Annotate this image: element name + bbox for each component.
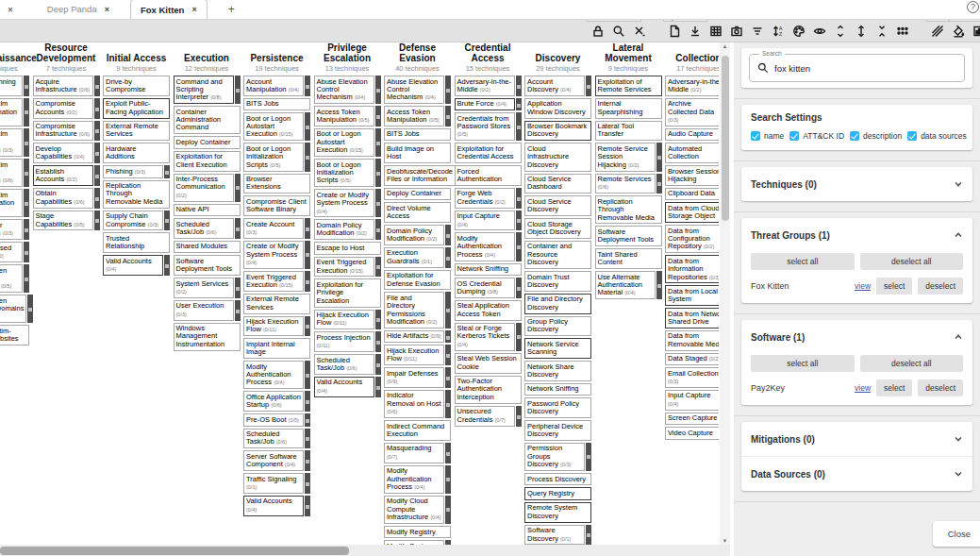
hatch-icon[interactable] bbox=[930, 25, 944, 39]
technique-label[interactable]: Search Open Technical Databases (0/5) bbox=[0, 264, 23, 293]
subtechnique-expand-bar[interactable] bbox=[375, 377, 381, 397]
sort-icon[interactable]: AZ bbox=[771, 25, 785, 39]
technique-label[interactable]: Exploitation for Privilege Escalation bbox=[314, 278, 381, 307]
technique-label[interactable]: Compromise Accounts (0/2) bbox=[33, 98, 93, 119]
technique-label[interactable]: Modify Authentication Process (0/4) bbox=[243, 361, 304, 389]
technique-label[interactable]: Exploitation for Defense Evasion bbox=[384, 270, 451, 291]
technique-cell[interactable]: Deploy Container bbox=[384, 188, 451, 200]
technique-label[interactable]: Abuse Elevation Control Mechanism (0/4) bbox=[384, 76, 444, 104]
select-all-button[interactable]: select all bbox=[751, 253, 855, 270]
subtechnique-expand-bar[interactable] bbox=[375, 310, 381, 330]
technique-cell[interactable]: File and Directory Permissions Modificat… bbox=[384, 292, 451, 329]
subtechnique-expand-bar[interactable] bbox=[445, 247, 451, 268]
technique-label[interactable]: Phishing for Information (0/3) bbox=[0, 219, 23, 240]
technique-label[interactable]: Software Deployment Tools bbox=[595, 226, 662, 246]
technique-cell[interactable]: Automated Collection bbox=[665, 143, 719, 163]
technique-label[interactable]: Establish Accounts (0/2) bbox=[33, 165, 93, 186]
technique-cell[interactable]: Adversary-in-the-Middle (0/2) bbox=[455, 76, 522, 96]
technique-cell[interactable]: Drive-by Compromise bbox=[103, 76, 170, 96]
technique-cell[interactable]: Escape to Host bbox=[314, 242, 381, 254]
subtechnique-expand-bar[interactable] bbox=[305, 413, 310, 426]
technique-label[interactable]: Office Application Startup (0/6) bbox=[243, 391, 304, 412]
subtechnique-expand-bar[interactable] bbox=[94, 121, 100, 142]
technique-cell[interactable]: Search Open Technical Databases (0/5) bbox=[0, 264, 29, 293]
technique-cell[interactable]: External Remote Services bbox=[103, 121, 170, 142]
technique-label[interactable]: Command and Scripting Interpreter (0/8) bbox=[174, 76, 234, 104]
technique-cell[interactable]: Network Sniffing bbox=[524, 383, 591, 396]
technique-label[interactable]: Peripheral Device Discovery bbox=[524, 420, 591, 441]
checkbox-data-sources[interactable]: data sources bbox=[907, 131, 967, 141]
technique-cell[interactable]: Acquire Infrastructure (0/6) bbox=[33, 76, 100, 96]
technique-label[interactable]: Compromise Client Software Binary bbox=[243, 195, 310, 216]
technique-label[interactable]: Shared Modules bbox=[174, 241, 241, 253]
technique-cell[interactable]: Steal or Forge Kerberos Tickets (0/4) bbox=[455, 323, 522, 351]
technique-cell[interactable]: Scheduled Task/Job (0/6) bbox=[243, 429, 310, 449]
technique-label[interactable]: Develop Capabilities (0/4) bbox=[33, 143, 93, 163]
technique-label[interactable]: Search Open Websites/Domains (0/2) bbox=[0, 295, 26, 323]
technique-cell[interactable]: Domain Trust Discovery bbox=[524, 271, 591, 292]
data-sources-section-header[interactable]: Data Sources (0) bbox=[741, 456, 972, 491]
technique-label[interactable]: Credentials from Password Stores (0/5) bbox=[455, 112, 515, 141]
subtechnique-expand-bar[interactable] bbox=[656, 271, 662, 299]
subtechnique-expand-bar[interactable] bbox=[375, 106, 381, 126]
technique-cell[interactable]: Forced Authentication bbox=[455, 165, 522, 186]
technique-cell[interactable]: Create Account (0/3) bbox=[243, 218, 310, 239]
subtechnique-expand-bar[interactable] bbox=[24, 98, 29, 126]
deselect-button[interactable]: deselect bbox=[918, 278, 963, 295]
scrollbar-thumb[interactable] bbox=[722, 56, 729, 221]
technique-cell[interactable]: Create or Modify System Process (0/4) bbox=[314, 189, 381, 217]
technique-cell[interactable]: Access Token Manipulation (0/5) bbox=[314, 106, 381, 126]
select-button[interactable]: select bbox=[876, 278, 912, 295]
technique-label[interactable]: Gather Victim Org Information (0/4) bbox=[0, 189, 23, 217]
subtechnique-expand-bar[interactable] bbox=[305, 316, 310, 337]
subtechnique-expand-bar[interactable] bbox=[305, 143, 310, 171]
technique-cell[interactable]: Supply Chain Compromise (0/3) bbox=[103, 211, 170, 231]
technique-label[interactable]: Container Administration Command bbox=[174, 106, 241, 134]
subtechnique-expand-bar[interactable] bbox=[445, 367, 451, 388]
technique-label[interactable]: Boot or Logon Autostart Execution (0/15) bbox=[243, 112, 304, 141]
technique-label[interactable]: Impair Defenses (0/9) bbox=[384, 367, 444, 388]
technique-label[interactable]: Create or Modify System Process (0/4) bbox=[243, 241, 304, 269]
technique-label[interactable]: Cloud Service Dashboard bbox=[524, 174, 591, 194]
technique-cell[interactable]: Forge Web Credentials (0/2) bbox=[455, 188, 522, 209]
technique-label[interactable]: Search Closed Sources (0/2) bbox=[0, 242, 23, 262]
chevron-up-icon[interactable] bbox=[954, 329, 963, 345]
technique-label[interactable]: Cloud Storage Object Discovery bbox=[524, 218, 591, 239]
technique-cell[interactable]: Group Policy Discovery bbox=[524, 316, 591, 337]
technique-label[interactable]: Modify Registry bbox=[384, 526, 451, 538]
technique-cell[interactable]: Steal Application Access Token bbox=[455, 300, 522, 321]
subtechnique-expand-bar[interactable] bbox=[656, 174, 662, 194]
subtechnique-expand-bar[interactable] bbox=[375, 128, 381, 157]
subtechnique-expand-bar[interactable] bbox=[94, 211, 100, 231]
technique-cell[interactable]: System Services (0/2) bbox=[174, 278, 241, 298]
technique-cell[interactable]: Data Staged (0/2) bbox=[665, 353, 719, 365]
technique-label[interactable]: Gather Victim Network Information (0/6) bbox=[0, 159, 23, 187]
deselect-button[interactable]: deselect bbox=[918, 379, 963, 396]
technique-label[interactable]: Valid Accounts (0/4) bbox=[103, 255, 163, 276]
technique-cell[interactable]: Video Capture bbox=[665, 427, 719, 439]
technique-cell[interactable]: Domain Policy Modification (0/2) bbox=[384, 225, 451, 245]
technique-cell[interactable]: Build Image on Host bbox=[384, 143, 451, 163]
technique-label[interactable]: Network Service Scanning bbox=[524, 338, 591, 359]
technique-cell[interactable]: Abuse Elevation Control Mechanism (0/4) bbox=[384, 76, 451, 104]
close-button[interactable]: Close bbox=[933, 521, 980, 547]
technique-cell[interactable]: Exploitation for Privilege Escalation bbox=[314, 278, 381, 307]
technique-cell[interactable]: Data from Network Shared Drive bbox=[665, 308, 719, 329]
technique-cell[interactable]: Exploitation for Defense Evasion bbox=[384, 270, 451, 291]
technique-label[interactable]: Domain Trust Discovery bbox=[524, 271, 591, 292]
deselect-all-button[interactable]: deselect all bbox=[860, 355, 964, 372]
subtechnique-expand-bar[interactable] bbox=[516, 211, 522, 231]
technique-cell[interactable]: Hide Artifacts (0/9) bbox=[384, 330, 451, 343]
technique-label[interactable]: Replication Through Removable Media bbox=[103, 180, 170, 209]
technique-cell[interactable]: OS Credential Dumping (0/8) bbox=[455, 278, 522, 298]
technique-cell[interactable]: Modify Authentication Process (0/4) bbox=[455, 232, 522, 261]
subtechnique-expand-bar[interactable] bbox=[305, 361, 310, 389]
technique-label[interactable]: Browser Extensions bbox=[243, 174, 310, 194]
subtechnique-expand-bar[interactable] bbox=[305, 76, 310, 96]
subtechnique-expand-bar[interactable] bbox=[305, 218, 310, 239]
subtechnique-expand-bar[interactable] bbox=[94, 188, 100, 209]
technique-cell[interactable]: Deobfuscate/Decode Files or Information bbox=[384, 165, 451, 186]
chevron-down-icon[interactable] bbox=[954, 430, 963, 447]
subtechnique-expand-bar[interactable] bbox=[445, 443, 451, 463]
technique-label[interactable]: Exploitation for Credential Access bbox=[455, 143, 522, 163]
